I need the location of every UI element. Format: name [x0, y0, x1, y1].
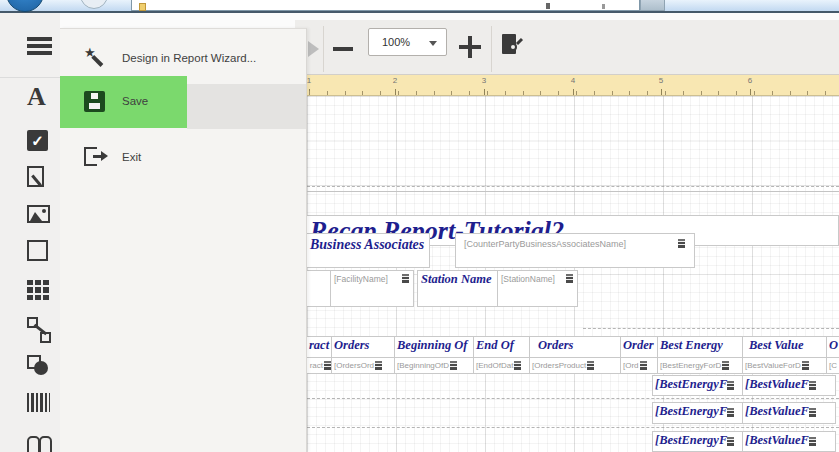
- address-dropdown-icon[interactable]: [640, 0, 665, 11]
- zoom-in-button[interactable]: [458, 35, 482, 59]
- detail-cell[interactable]: [OrdersOrd: [331, 357, 395, 374]
- band-separator-dashed: [583, 328, 839, 329]
- data-binding-icon: [324, 361, 331, 370]
- shape-tool-icon[interactable]: [27, 355, 51, 379]
- menu-item-exit[interactable]: Exit: [60, 135, 306, 181]
- table-header-cell[interactable]: Best Value: [742, 336, 827, 358]
- panel-tool-icon[interactable]: [27, 240, 48, 261]
- band-separator-dashed: [307, 186, 839, 187]
- redo-arrow-icon[interactable]: [308, 41, 319, 57]
- detail-cell[interactable]: [EndOfDat: [473, 357, 530, 374]
- table-header-cell[interactable]: Orders: [331, 336, 395, 358]
- data-binding-icon: [587, 361, 594, 370]
- toolbar-separator: [491, 26, 492, 72]
- ruler-number: 4: [571, 76, 575, 85]
- counterparty-field-cell[interactable]: [CounterPartyBusinessAssociatesName]: [455, 233, 695, 268]
- table-tool-icon[interactable]: [27, 280, 49, 300]
- data-binding-icon: [809, 381, 816, 390]
- empty-cell[interactable]: [307, 270, 331, 307]
- data-binding-icon: [727, 381, 734, 390]
- preview-button[interactable]: [500, 33, 526, 63]
- data-binding-icon: [809, 437, 816, 446]
- footer-energy-cell[interactable]: [BestEnergyF: [652, 402, 743, 424]
- address-input[interactable]: [131, 0, 640, 11]
- data-binding-icon: [727, 408, 734, 417]
- report-design-surface: 1 2 3 4 5 6 Recap Report-Tutorial2: [307, 75, 839, 452]
- station-name-label[interactable]: Station Name: [417, 270, 498, 307]
- menu-item-label: Save: [122, 95, 148, 107]
- table-header-cell[interactable]: Best Energy: [657, 336, 743, 358]
- detail-cell[interactable]: [BeginningOfD: [394, 357, 474, 374]
- detail-cell[interactable]: [BestEnergyForD: [657, 357, 743, 374]
- footer-value-cell[interactable]: [BestValueF: [742, 431, 836, 452]
- detail-cell[interactable]: [Ord: [620, 357, 658, 374]
- detail-cell[interactable]: [BestValueForD: [742, 357, 827, 374]
- wizard-wand-icon: [92, 55, 104, 67]
- character-comb-tool-icon[interactable]: [27, 436, 53, 452]
- band-separator-dashed: [307, 427, 839, 428]
- checkbox-tool-icon[interactable]: ✓: [27, 130, 48, 151]
- barcode-tool-icon[interactable]: [27, 393, 50, 412]
- ruler-number: 2: [393, 76, 397, 85]
- data-binding-icon: [402, 274, 409, 283]
- line-tool-icon[interactable]: [27, 317, 53, 343]
- menu-item-save[interactable]: Save: [60, 76, 306, 128]
- back-icon[interactable]: [6, 0, 44, 12]
- menu-item-label: Design in Report Wizard...: [122, 52, 256, 64]
- zoom-out-button[interactable]: [331, 37, 355, 61]
- address-glyph: [602, 4, 605, 9]
- address-glyph: [546, 3, 550, 9]
- menu-item-design-in-report-wizard[interactable]: ★ Design in Report Wizard...: [60, 34, 306, 76]
- zoom-level-value: 100%: [382, 36, 410, 48]
- browser-address-bar: [0, 0, 839, 13]
- ruler-number: 6: [748, 76, 752, 85]
- zoom-level-dropdown[interactable]: 100%: [368, 28, 447, 56]
- report-designer-screen: 100% 1 2 3 4 5 6: [0, 0, 839, 452]
- ruler-number: 5: [659, 76, 663, 85]
- label-tool-icon[interactable]: A: [27, 85, 53, 109]
- toolbox-sidebar: A ✓: [0, 13, 60, 452]
- exit-icon: [101, 151, 108, 161]
- data-binding-icon: [678, 239, 685, 248]
- band-separator: [307, 191, 839, 192]
- detail-cell[interactable]: [OrdersProduct: [529, 357, 621, 374]
- preview-icon: [516, 38, 523, 45]
- page-icon: [139, 3, 146, 11]
- data-binding-icon: [450, 361, 457, 370]
- table-header-cell[interactable]: End Of: [473, 336, 530, 358]
- detail-cell[interactable]: [C: [826, 357, 839, 374]
- footer-energy-cell[interactable]: [BestEnergyF: [652, 431, 743, 452]
- main-menu-panel: ★ Design in Report Wizard... Save Exit: [60, 28, 307, 452]
- ruler-number: 3: [482, 76, 486, 85]
- business-associates-label[interactable]: Business Associates: [307, 233, 430, 268]
- preview-icon: [509, 43, 517, 51]
- design-grid: Recap Report-Tutorial2 Business Associat…: [307, 96, 839, 452]
- table-header-cell[interactable]: Orders: [529, 336, 621, 358]
- horizontal-ruler: 1 2 3 4 5 6: [307, 75, 839, 96]
- toolbar-separator: [323, 26, 324, 72]
- richtext-tool-icon[interactable]: [27, 166, 44, 187]
- footer-energy-cell[interactable]: [BestEnergyF: [652, 375, 743, 396]
- data-binding-icon: [375, 361, 382, 370]
- table-header-cell[interactable]: ract: [307, 336, 332, 358]
- data-binding-icon: [727, 437, 734, 446]
- table-header-cell[interactable]: Order: [620, 336, 658, 358]
- forward-icon[interactable]: [80, 0, 108, 9]
- table-header-cell[interactable]: O: [826, 336, 839, 358]
- hamburger-menu-icon[interactable]: [27, 37, 52, 59]
- menu-item-label: Exit: [122, 151, 141, 163]
- footer-value-cell[interactable]: [BestValueF: [742, 402, 836, 424]
- footer-value-cell[interactable]: [BestValueF: [742, 375, 836, 396]
- toolbox-divider: [0, 77, 60, 78]
- table-header-cell[interactable]: Beginning Of: [394, 336, 474, 358]
- zoom-in-icon: [459, 45, 481, 49]
- picture-tool-icon[interactable]: [27, 205, 50, 223]
- dropdown-caret-icon: [429, 41, 437, 46]
- detail-cell[interactable]: ract: [307, 357, 332, 374]
- zoom-out-icon: [333, 47, 353, 51]
- band-separator-dashed: [307, 398, 839, 399]
- station-field-cell[interactable]: [StationName]: [497, 270, 578, 307]
- facility-field-cell[interactable]: [FacilityName]: [330, 270, 414, 307]
- ruler-minor-ticks: [307, 91, 839, 95]
- data-binding-icon: [802, 361, 809, 370]
